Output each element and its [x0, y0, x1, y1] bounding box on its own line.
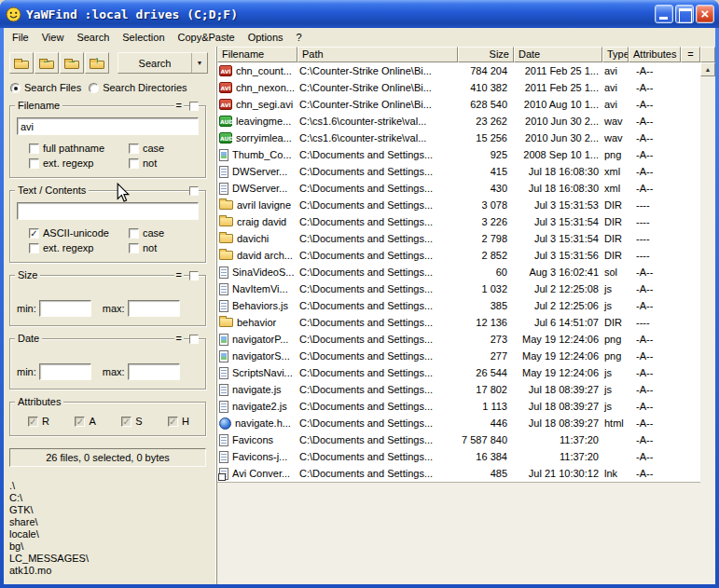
table-row[interactable]: AVIchn_segi.aviC:\Counter-Strike Online\… [217, 96, 700, 113]
filename-not-checkbox[interactable]: not [129, 157, 199, 169]
path-item[interactable]: atk10.mo [9, 565, 208, 577]
file-attributes: -A-- [629, 331, 681, 348]
text-ext-regexp-checkbox[interactable]: ext. regexp [29, 242, 127, 253]
path-list[interactable]: .\C:\GTK\share\locale\bg\LC_MESSAGES\atk… [9, 480, 208, 577]
text-contents-input[interactable] [17, 202, 199, 220]
table-row[interactable]: navigatorS...C:\Documents and Settings..… [217, 348, 700, 364]
file-type: png [602, 348, 629, 364]
close-button[interactable] [696, 5, 714, 23]
text-option-box[interactable] [189, 186, 199, 196]
forward-button[interactable]: → [60, 52, 84, 74]
scrollbar-up-button[interactable]: ▲ [700, 62, 715, 76]
path-item[interactable]: GTK\ [9, 504, 208, 516]
filename-case-checkbox[interactable]: case [129, 143, 199, 154]
filename-input[interactable] [17, 117, 199, 135]
search-files-radio[interactable]: Search Files [10, 82, 81, 93]
menu-item-view[interactable]: View [35, 30, 71, 45]
menu-item-copy-paste[interactable]: Copy&Paste [172, 30, 242, 45]
new-search-button[interactable] [9, 52, 34, 74]
column-header-filename[interactable]: Filename [217, 47, 297, 62]
column-header-size[interactable]: Size [458, 47, 514, 62]
filename-full-pathname-checkbox[interactable]: full pathname [29, 143, 127, 154]
table-row[interactable]: Favicons-j...C:\Documents and Settings..… [217, 448, 700, 465]
size-min-input[interactable] [39, 300, 91, 317]
table-row[interactable]: david arch...C:\Documents and Settings..… [217, 247, 700, 264]
table-row[interactable]: navigatorP...C:\Documents and Settings..… [217, 331, 700, 348]
table-row[interactable]: NavItemVi...C:\Documents and Settings...… [217, 280, 700, 297]
maximize-button[interactable] [675, 5, 694, 23]
search-directories-radio[interactable]: Search Directories [89, 82, 187, 93]
date-option-box[interactable] [189, 335, 199, 344]
date-min-input[interactable] [39, 363, 91, 380]
right-arrow-icon: → [61, 54, 83, 65]
filename-option-box[interactable] [189, 102, 199, 111]
table-row[interactable]: DWServer...C:\Documents and Settings...4… [217, 180, 700, 197]
back-button[interactable]: ← [35, 52, 59, 74]
search-panel: ← → ↑ Search ▼ Search Files Sear [4, 47, 216, 584]
table-row[interactable]: davichiC:\Documents and Settings...2 798… [217, 230, 700, 247]
file-date: 11:37:20 [514, 448, 602, 465]
file-path: C:\Documents and Settings... [297, 331, 458, 348]
path-item[interactable]: .\ [9, 480, 208, 492]
attributes-r-checkbox[interactable]: ✓R [28, 416, 49, 427]
attributes-a-checkbox[interactable]: ✓A [75, 416, 95, 427]
up-button[interactable]: ↑ [85, 52, 109, 74]
table-row[interactable]: FaviconsC:\Documents and Settings...7 58… [217, 431, 700, 448]
column-header-date[interactable]: Date [514, 47, 602, 62]
file-name: craig david [237, 213, 286, 230]
table-row[interactable]: AVIchn_nexon...C:\Counter-Strike Online\… [217, 79, 700, 96]
title-bar[interactable]: YaWFind :local drives (C;D;F) [0, 0, 719, 28]
path-item[interactable]: share\ [9, 516, 208, 528]
menu-item-selection[interactable]: Selection [116, 30, 171, 45]
path-item[interactable]: C:\ [9, 492, 208, 504]
date-max-label: max: [103, 366, 125, 377]
menu-item-search[interactable]: Search [70, 30, 116, 45]
table-row[interactable]: AUDleavingme...C:\cs1.6\counter-strike\v… [217, 113, 700, 130]
table-row[interactable]: Behaviors.jsC:\Documents and Settings...… [217, 297, 700, 314]
file-date: 2010 Aug 10 1... [514, 96, 602, 113]
table-row[interactable]: AVIchn_count...C:\Counter-Strike Online\… [217, 62, 700, 79]
checkbox-icon: ✓ [29, 228, 39, 239]
path-item[interactable]: locale\ [9, 528, 208, 540]
file-path: C:\Documents and Settings... [297, 163, 458, 180]
minimize-button[interactable] [655, 5, 673, 23]
column-header-path[interactable]: Path [297, 47, 458, 62]
table-row[interactable]: navigate2.jsC:\Documents and Settings...… [217, 398, 700, 415]
menu-item-file[interactable]: File [6, 30, 35, 45]
size-option-box[interactable] [189, 271, 199, 280]
table-row[interactable]: Thumb_Co...C:\Documents and Settings...9… [217, 146, 700, 163]
file-type: avi [602, 79, 629, 96]
window-title: YaWFind :local drives (C;D;F) [26, 7, 655, 21]
column-header-attributes[interactable]: Attributes [629, 47, 681, 62]
size-max-input[interactable] [128, 300, 180, 317]
attributes-h-checkbox[interactable]: ✓H [168, 416, 189, 427]
table-row[interactable]: avril lavigneC:\Documents and Settings..… [217, 197, 700, 213]
path-item[interactable]: bg\ [9, 540, 208, 553]
path-item[interactable]: LC_MESSAGES\ [9, 553, 208, 565]
search-button[interactable]: Search ▼ [118, 52, 208, 74]
checkbox-label: case [143, 143, 164, 154]
file-eq [681, 381, 700, 398]
table-row[interactable]: ScriptsNavi...C:\Documents and Settings.… [217, 364, 700, 381]
table-row[interactable]: navigate.h...C:\Documents and Settings..… [217, 415, 700, 431]
text-case-checkbox[interactable]: case [129, 227, 199, 239]
menu-item-options[interactable]: Options [242, 30, 290, 45]
table-row[interactable]: navigate.jsC:\Documents and Settings...1… [217, 381, 700, 398]
menu-item-help[interactable]: ? [290, 30, 309, 45]
filename-ext-regexp-checkbox[interactable]: ext. regexp [29, 157, 127, 169]
attributes-s-checkbox[interactable]: ✓S [121, 416, 142, 427]
text-ascii-unicode-checkbox[interactable]: ✓ASCII-unicode [29, 227, 127, 239]
text-not-checkbox[interactable]: not [129, 242, 199, 253]
column-header-eq[interactable]: = [681, 47, 700, 62]
search-dropdown-button[interactable]: ▼ [191, 53, 207, 73]
date-max-input[interactable] [128, 363, 180, 380]
table-row[interactable]: AUDsorryimlea...C:\cs1.6\counter-strike\… [217, 130, 700, 146]
table-row[interactable]: SinaVideoS...C:\Documents and Settings..… [217, 264, 700, 280]
column-header-type[interactable]: Type [602, 47, 629, 62]
table-row[interactable]: DWServer...C:\Documents and Settings...4… [217, 163, 700, 180]
avi-icon: AVI [219, 99, 232, 110]
table-row[interactable]: craig davidC:\Documents and Settings...3… [217, 213, 700, 230]
checkbox-label: A [89, 416, 95, 427]
table-row[interactable]: behaviorC:\Documents and Settings...12 1… [217, 314, 700, 331]
table-row[interactable]: Avi Conver...C:\Documents and Settings..… [217, 465, 700, 482]
